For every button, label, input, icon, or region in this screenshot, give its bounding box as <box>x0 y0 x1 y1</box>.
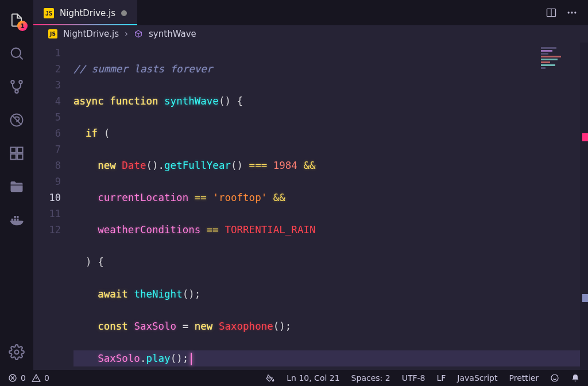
minimap[interactable] <box>541 47 573 75</box>
breadcrumb[interactable]: JS NightDrive.js › synthWave <box>33 25 588 43</box>
tab-nightdrive[interactable]: JS NightDrive.js <box>33 0 137 25</box>
main-area: 1 JS NightDrive.js <box>0 0 588 370</box>
split-editor-icon[interactable] <box>546 7 557 18</box>
explorer-badge: 1 <box>17 21 28 31</box>
line-number: 1 <box>33 45 61 61</box>
svg-point-2 <box>19 80 22 83</box>
status-errors[interactable]: 0 <box>8 373 26 383</box>
chevron-right-icon: › <box>125 29 128 39</box>
status-feedback[interactable] <box>550 373 559 383</box>
svg-point-17 <box>571 11 572 13</box>
text-cursor <box>191 353 192 365</box>
paint-bucket-icon <box>266 373 275 383</box>
bell-icon <box>571 373 580 383</box>
svg-rect-5 <box>11 148 16 153</box>
svg-point-1 <box>11 80 14 83</box>
js-file-icon: JS <box>48 29 57 38</box>
more-actions-icon[interactable] <box>566 7 578 18</box>
svg-rect-13 <box>17 216 19 218</box>
ruler-mark-icon <box>582 294 588 302</box>
status-notifications[interactable] <box>571 373 580 383</box>
line-number-gutter: 123456789101112 <box>33 43 74 370</box>
status-bar: 0 0 Ln 10, Col 21 Spaces: 2 UTF-8 LF Jav… <box>0 370 588 386</box>
line-number: 7 <box>33 141 61 157</box>
svg-rect-10 <box>14 219 16 221</box>
status-formatter[interactable]: Prettier <box>509 373 539 383</box>
status-language[interactable]: JavaScript <box>457 373 497 383</box>
folder-icon[interactable] <box>7 177 26 196</box>
status-eol[interactable]: LF <box>436 373 446 383</box>
svg-point-14 <box>15 350 19 354</box>
svg-point-20 <box>551 375 558 381</box>
status-warnings[interactable]: 0 <box>32 373 49 383</box>
line-number: 10 <box>33 190 61 206</box>
docker-icon[interactable] <box>7 210 26 230</box>
method-symbol-icon <box>134 29 143 38</box>
svg-point-0 <box>11 48 21 57</box>
status-format-painter[interactable] <box>266 373 275 383</box>
smiley-icon <box>550 373 559 383</box>
svg-rect-6 <box>11 154 16 159</box>
editor-body[interactable]: 123456789101112 // summer lasts forever … <box>33 43 588 370</box>
debug-disabled-icon[interactable] <box>7 110 26 130</box>
line-number: 3 <box>33 77 61 93</box>
tab-label: NightDrive.js <box>60 8 115 18</box>
line-number: 6 <box>33 125 61 141</box>
status-cursor-position[interactable]: Ln 10, Col 21 <box>287 373 339 383</box>
explorer-icon[interactable]: 1 <box>7 10 26 30</box>
extensions-icon[interactable] <box>7 144 26 163</box>
svg-rect-12 <box>14 216 16 218</box>
line-number: 12 <box>33 222 61 238</box>
breadcrumb-file: NightDrive.js <box>63 29 119 39</box>
js-file-icon: JS <box>44 8 54 18</box>
line-number: 9 <box>33 173 61 190</box>
status-indentation[interactable]: Spaces: 2 <box>351 373 390 383</box>
search-icon[interactable] <box>7 44 26 63</box>
ruler-mark-icon <box>582 133 588 141</box>
overview-ruler[interactable] <box>580 43 588 370</box>
tabs-row: JS NightDrive.js <box>33 0 588 25</box>
line-number: 8 <box>33 157 61 173</box>
svg-point-18 <box>574 11 576 13</box>
status-encoding[interactable]: UTF-8 <box>402 373 425 383</box>
status-errors-count: 0 <box>21 373 26 383</box>
editor-column: JS NightDrive.js JS NightDrive.js › synt… <box>33 0 588 370</box>
svg-point-3 <box>15 90 18 92</box>
line-number: 2 <box>33 61 61 77</box>
line-number: 11 <box>33 206 61 222</box>
warning-icon <box>32 373 41 383</box>
tab-actions <box>546 0 588 25</box>
breadcrumb-symbol: synthWave <box>149 29 196 39</box>
source-control-icon[interactable] <box>7 77 26 96</box>
status-warnings-count: 0 <box>44 373 49 383</box>
line-number: 5 <box>33 109 61 125</box>
svg-rect-9 <box>11 219 14 221</box>
error-icon <box>8 373 17 383</box>
activity-bar: 1 <box>0 0 33 370</box>
code-area[interactable]: // summer lasts forever async function s… <box>74 43 588 370</box>
dirty-indicator-icon <box>121 10 127 16</box>
svg-rect-11 <box>17 219 19 221</box>
settings-gear-icon[interactable] <box>7 342 26 362</box>
svg-rect-7 <box>17 154 22 159</box>
line-number: 4 <box>33 93 61 109</box>
svg-rect-8 <box>17 148 22 153</box>
svg-point-16 <box>568 11 570 13</box>
